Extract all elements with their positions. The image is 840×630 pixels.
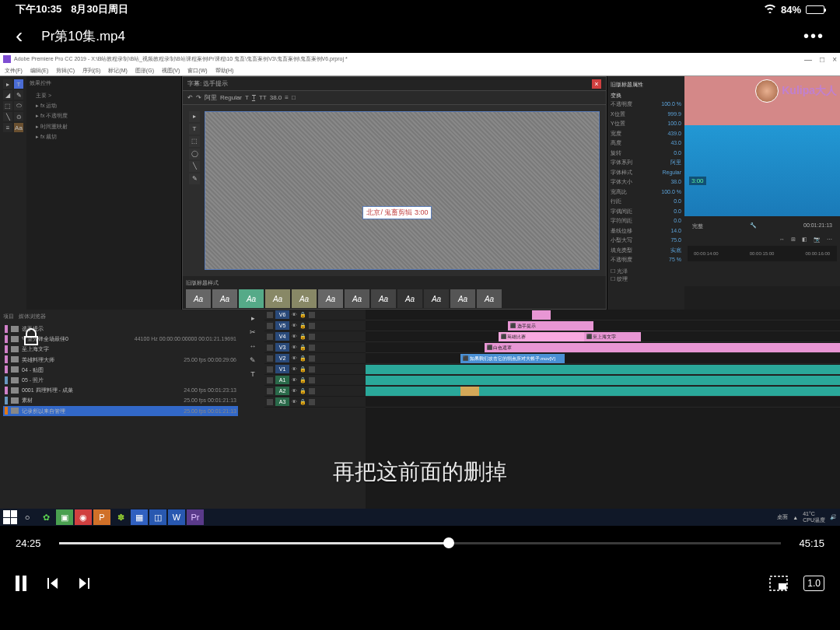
status-date: 8月30日周日 xyxy=(71,2,128,16)
pr-track-header: V4👁🔒 xyxy=(264,331,366,342)
pr-timeline-panel: V6👁🔒V5👁🔒V4👁🔒V3👁🔒V2👁🔒V1👁🔒A1👁🔒A2👁🔒A3👁🔒 ⬛ 选… xyxy=(264,310,840,526)
pr-title-tab: 字幕: 选手提示 xyxy=(187,79,228,88)
pr-prop-row: 字偶间距0.0 xyxy=(611,207,681,217)
pr-track-row xyxy=(366,397,840,408)
pr-effect-item: ▸ fx 不透明度 xyxy=(30,110,178,121)
tb-app-icon: ✽ xyxy=(112,509,129,525)
battery-icon xyxy=(806,5,824,14)
tb-cpu: 41°CCPU温度 xyxy=(803,511,825,524)
pr-selection-tool: ▸ xyxy=(3,79,12,89)
pr-project-tab: 媒体浏览器 xyxy=(19,313,46,320)
lock-icon xyxy=(19,325,44,350)
pip-button[interactable] xyxy=(769,576,788,591)
pr-track-row: ⬛ 如果我们攻击它的弱点所对大帐子.mov[V] xyxy=(366,353,840,364)
pr-title-editor: 字幕: 选手提示 × ↶↷ 阿里 Regular TT̲ TT 38.0 ≡□ xyxy=(182,76,607,310)
pr-style-thumb: Aa xyxy=(265,289,290,308)
pr-track-header: A1👁🔒 xyxy=(264,375,366,386)
pr-title-close: × xyxy=(592,79,601,89)
player-title-bar: ‹ Pr第10集.mp4 ••• xyxy=(0,19,840,53)
tb-app-icon: W xyxy=(168,509,185,525)
pr-prop-row: 不透明度100.0 % xyxy=(611,100,681,110)
pr-effect-item: ▸ 时间重映射 xyxy=(30,121,178,131)
pr-style-thumb: Aa xyxy=(397,289,422,308)
pr-title-toolbar: ↶↷ 阿里 Regular TT̲ TT 38.0 ≡□ xyxy=(183,91,606,105)
pr-style-thumb: Aa xyxy=(345,289,369,308)
pr-menu-item: 标记(M) xyxy=(108,67,128,75)
tb-app-icon: ▣ xyxy=(56,509,73,525)
pr-track-header: V2👁🔒 xyxy=(264,353,366,364)
pr-timeline-clip xyxy=(460,387,479,396)
pb-icon: ↔ xyxy=(779,236,785,243)
next-button[interactable] xyxy=(78,576,92,590)
pr-prop-row: 字符间距0.0 xyxy=(611,216,681,226)
pr-prop-row: 宽度439.0 xyxy=(611,129,681,139)
pr-prop-row: 字体样式Regular xyxy=(611,168,681,178)
pr-prop-row: 高度43.0 xyxy=(611,138,681,149)
seq-tool: ✎ xyxy=(247,355,258,366)
pb-icon: ◧ xyxy=(802,236,807,243)
pr-tool: Aa xyxy=(14,123,23,132)
playback-controls: 1.0 xyxy=(0,560,840,607)
pr-app-icon xyxy=(3,55,11,63)
pr-title-styles: 旧版标题样式 AaAaAaAaAaAaAaAaAaAaAaAa xyxy=(183,276,606,309)
pr-timeline-clip xyxy=(532,310,551,320)
pr-timeline-clip: ⬛ 如果我们攻击它的弱点所对大帐子.mov[V] xyxy=(460,354,565,363)
tb-app-icon: ◫ xyxy=(149,509,166,525)
tb-app-icon: P xyxy=(93,509,110,525)
pr-menu-item: 剪辑(C) xyxy=(56,67,75,75)
status-time: 下午10:35 xyxy=(16,2,61,16)
pr-sequence-tools: ▸ ✂ ↔ ✎ T xyxy=(241,310,264,526)
video-content[interactable]: Adobe Premiere Pro CC 2019 - X:\B站教程录制\B… xyxy=(0,53,840,526)
pr-timeline-clip xyxy=(366,376,840,385)
more-button[interactable]: ••• xyxy=(803,27,824,45)
pr-style-thumb: Aa xyxy=(212,289,237,308)
windows-taskbar: ○ ✿ ▣ ◉ P ✽ ▦ ◫ W Pr 桌面 ▲ 41°CCPU温度 🔊 xyxy=(0,509,840,526)
pr-bin-row: 素材25.00 fps 00:01:21:13 xyxy=(3,395,238,405)
pr-prop-row: 基线位移14.0 xyxy=(611,226,681,236)
time-current: 24:25 xyxy=(16,537,50,549)
pr-track-row: ⬛ 选手提示 xyxy=(366,320,840,331)
prev-button[interactable] xyxy=(45,576,59,590)
pr-style-thumb: Aa xyxy=(292,289,317,308)
pr-title-canvas: 北京/ 鬼畜剪辑 3:00 xyxy=(205,111,600,270)
pr-prop-row: 字体系列阿里 xyxy=(611,158,681,168)
pr-timeline-clip: ⬛ 英雄比赛 xyxy=(499,332,584,341)
pr-tool: ╲ xyxy=(3,112,12,121)
pr-menu-item: 编辑(E) xyxy=(30,67,48,75)
pr-menu-item: 图形(G) xyxy=(135,67,154,75)
progress-slider[interactable] xyxy=(59,542,781,544)
pr-timeline-clip: ⬛ 白色遮罩 xyxy=(485,343,841,352)
pr-tool-column: ▸ T ◢ ✎ ⬚ ⬭ ╲ ⊙ ≡ Aa xyxy=(0,76,26,310)
pr-menu-item: 窗口(W) xyxy=(187,67,207,75)
pr-track-row xyxy=(366,386,840,397)
seq-tool: T xyxy=(247,369,258,380)
pr-prop-header: 旧版标题属性 xyxy=(611,79,681,90)
pr-bin-row: 04 - 贴图 xyxy=(3,365,238,375)
pr-effect-item: ▸ fx 运动 xyxy=(30,100,178,110)
ruler-tick: 00:00:16:00 xyxy=(805,251,830,256)
pause-button[interactable] xyxy=(16,576,26,591)
watermark-avatar xyxy=(755,79,779,103)
pr-style-thumb: Aa xyxy=(239,289,264,308)
playback-progress-bar: 24:25 45:15 xyxy=(0,526,840,560)
pr-checkbox: ☐ 光泽 xyxy=(611,268,681,275)
pr-track-row xyxy=(366,375,840,386)
pr-track-row xyxy=(366,310,840,320)
pr-prop-row: 宽高比100.0 % xyxy=(611,187,681,198)
pr-style-thumb: Aa xyxy=(450,289,475,308)
progress-thumb[interactable] xyxy=(443,537,454,548)
pr-styles-label: 旧版标题样式 xyxy=(186,279,603,287)
pr-prop-row: 字体大小38.0 xyxy=(611,177,681,187)
pr-timecode: 00:01:21:13 xyxy=(803,222,832,230)
pr-menu-item: 帮助(H) xyxy=(215,67,234,75)
status-bar: 下午10:35 8月30日周日 84% xyxy=(0,0,840,19)
pr-track-row xyxy=(366,364,840,375)
pr-effect-item: ▸ fx 裁切 xyxy=(30,131,178,142)
speed-button[interactable]: 1.0 xyxy=(803,576,824,591)
seq-tool: ▸ xyxy=(247,313,258,324)
pr-title-properties: 旧版标题属性 变换 不透明度100.0 %X位置999.9Y位置100.0宽度4… xyxy=(607,76,684,310)
back-button[interactable]: ‹ xyxy=(16,25,23,47)
pr-prop-row: X位置999.9 xyxy=(611,110,681,120)
pr-title-tools: ▸T⬚ ◯╲✎ xyxy=(189,111,205,270)
pr-tool: ◢ xyxy=(3,90,12,100)
